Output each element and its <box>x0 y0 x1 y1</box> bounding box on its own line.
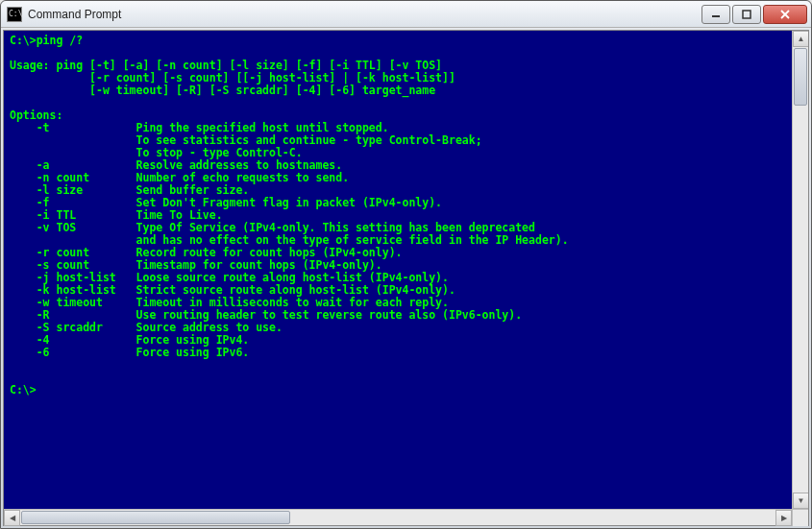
maximize-button[interactable] <box>732 5 761 24</box>
line: -v TOS Type Of Service (IPv4-only. This … <box>10 221 535 234</box>
horizontal-scroll-thumb[interactable] <box>21 511 290 524</box>
line: -f Set Don't Fragment flag in packet (IP… <box>10 196 442 209</box>
window-controls <box>701 5 807 24</box>
line: [-r count] [-s count] [[-j host-list] | … <box>10 71 455 84</box>
close-button[interactable] <box>763 5 807 24</box>
vertical-scrollbar[interactable]: ▲ ▼ <box>792 31 808 509</box>
minimize-icon <box>711 10 721 19</box>
line: -r count Record route for count hops (IP… <box>10 246 403 259</box>
line: To see statistics and continue - type Co… <box>10 133 482 147</box>
line: -a Resolve addresses to hostnames. <box>10 158 342 172</box>
line: To stop - type Control-C. <box>10 146 303 159</box>
console-wrap: C:\>ping /? Usage: ping [-t] [-a] [-n co… <box>4 31 808 509</box>
line: -l size Send buffer size. <box>10 183 249 197</box>
line: -t Ping the specified host until stopped… <box>10 121 389 134</box>
vertical-scroll-thumb[interactable] <box>794 48 807 106</box>
line: -w timeout Timeout in milliseconds to wa… <box>10 296 449 309</box>
titlebar[interactable]: Command Prompt <box>1 1 811 28</box>
line: Options: <box>10 108 62 122</box>
close-icon <box>780 10 790 19</box>
line: -4 Force using IPv4. <box>10 333 249 347</box>
minimize-button[interactable] <box>701 5 730 24</box>
terminal-output[interactable]: C:\>ping /? Usage: ping [-t] [-a] [-n co… <box>4 31 792 509</box>
line: -k host-list Strict source route along h… <box>10 283 455 297</box>
scroll-up-button[interactable]: ▲ <box>793 31 808 47</box>
line: C:\>ping /? <box>10 34 83 47</box>
scroll-right-button[interactable]: ▶ <box>775 510 792 526</box>
window-title: Command Prompt <box>28 8 701 21</box>
line: -s count Timestamp for count hops (IPv4-… <box>10 258 382 272</box>
line: -j host-list Loose source route along ho… <box>10 271 449 284</box>
line: -n count Number of echo requests to send… <box>10 171 349 184</box>
horizontal-scrollbar[interactable]: ◀ ▶ <box>4 509 808 525</box>
line: -R Use routing header to test reverse ro… <box>10 308 522 322</box>
line: Usage: ping [-t] [-a] [-n count] [-l siz… <box>10 59 442 72</box>
line: [-w timeout] [-R] [-S srcaddr] [-4] [-6]… <box>10 84 435 97</box>
maximize-icon <box>742 10 751 19</box>
line: -S srcaddr Source address to use. <box>10 321 283 334</box>
scroll-left-button[interactable]: ◀ <box>4 510 20 526</box>
line: -6 Force using IPv6. <box>10 346 249 359</box>
line: C:\> <box>10 383 37 397</box>
client-area: C:\>ping /? Usage: ping [-t] [-a] [-n co… <box>3 30 809 526</box>
scroll-down-button[interactable]: ▼ <box>793 493 808 509</box>
cmd-icon <box>7 7 22 22</box>
scrollbar-corner <box>792 510 808 526</box>
line: and has no effect on the type of service… <box>10 233 569 247</box>
svg-rect-1 <box>743 11 750 18</box>
command-prompt-window: Command Prompt C:\>ping /? Usage: ping [… <box>0 0 812 529</box>
line: -i TTL Time To Live. <box>10 208 223 222</box>
